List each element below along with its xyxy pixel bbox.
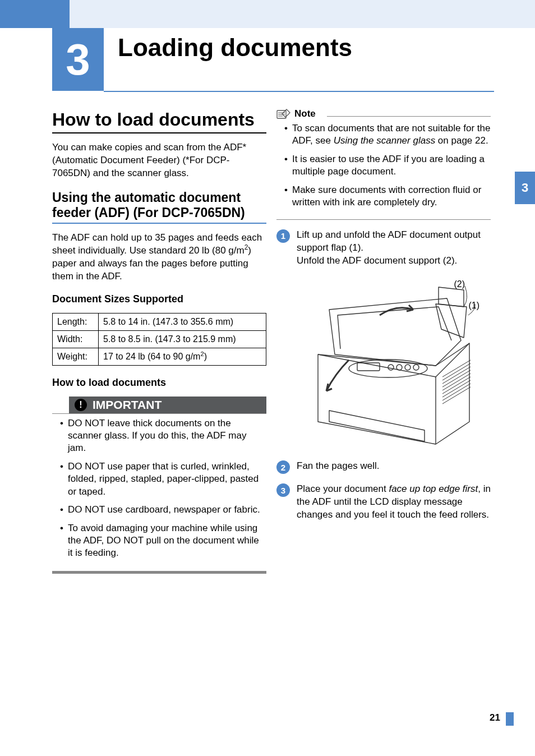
page-number-accent <box>506 712 514 726</box>
side-chapter-number: 3 <box>522 181 528 195</box>
step-2: 2 Fan the pages well. <box>276 460 491 474</box>
table-row: Width: 5.8 to 8.5 in. (147.3 to 215.9 mm… <box>53 330 266 348</box>
note-bottom-rule <box>276 219 491 220</box>
table-cell-value: 5.8 to 8.5 in. (147.3 to 215.9 mm) <box>99 330 266 348</box>
figure-callout-2: (2) <box>454 279 465 289</box>
chapter-number-block: 3 <box>52 28 104 91</box>
table-row: Length: 5.8 to 14 in. (147.3 to 355.6 mm… <box>53 313 266 330</box>
note-item: To scan documents that are not suitable … <box>284 122 491 147</box>
important-item: To avoid damaging your machine while usi… <box>60 522 266 560</box>
sizes-heading: Document Sizes Supported <box>52 293 266 305</box>
table-cell-label: Length: <box>53 313 99 330</box>
subsection-heading: Using the automatic document feeder (ADF… <box>52 190 266 221</box>
step-number-icon: 1 <box>276 229 290 243</box>
intro-paragraph: You can make copies and scan from the AD… <box>52 141 266 180</box>
adf-para-a: The ADF can hold up to 35 pages and feed… <box>52 232 262 256</box>
link-scanner-glass[interactable]: Using the scanner glass <box>334 135 435 146</box>
svg-point-3 <box>388 365 394 370</box>
chapter-number: 3 <box>66 34 90 85</box>
important-item: DO NOT use paper that is curled, wrinkle… <box>60 460 266 498</box>
important-icon: ! <box>75 399 87 411</box>
important-body: DO NOT leave thick documents on the scan… <box>52 413 266 574</box>
note-header: Note <box>276 108 320 119</box>
important-item: DO NOT leave thick documents on the scan… <box>60 417 266 455</box>
chapter-underline <box>104 91 494 92</box>
table-cell-label: Weight: <box>53 348 99 365</box>
note-label: Note <box>294 108 316 119</box>
chapter-title: Loading documents <box>118 34 352 62</box>
table-cell-value: 5.8 to 14 in. (147.3 to 355.6 mm) <box>99 313 266 330</box>
h1-underline <box>52 132 266 133</box>
figure-callout-1: (1) <box>468 301 479 311</box>
h2-underline <box>52 223 266 224</box>
svg-point-4 <box>396 365 402 370</box>
note-item: Make sure documents with correction flui… <box>284 184 491 209</box>
adf-paragraph: The ADF can hold up to 35 pages and feed… <box>52 232 266 283</box>
table-cell-label: Width: <box>53 330 99 348</box>
important-title: IMPORTANT <box>93 398 162 412</box>
left-column: How to load documents You can make copie… <box>52 109 266 574</box>
step-text: Place your document face up top edge fir… <box>297 483 491 522</box>
step-text: Fan the pages well. <box>297 460 379 473</box>
section-heading: How to load documents <box>52 109 266 130</box>
svg-point-6 <box>413 365 419 370</box>
printer-illustration: (2) (1) <box>296 276 486 450</box>
step-number-icon: 2 <box>276 460 290 474</box>
svg-point-5 <box>405 365 411 370</box>
important-item: DO NOT use cardboard, newspaper or fabri… <box>60 504 266 516</box>
header-accent-light <box>70 0 535 28</box>
note-box: Note To scan documents that are not suit… <box>276 109 491 220</box>
table-cell-value: 17 to 24 lb (64 to 90 g/m2) <box>99 348 266 365</box>
step-text: Lift up and unfold the ADF document outp… <box>297 229 491 268</box>
note-item: It is easier to use the ADF if you are l… <box>284 153 491 178</box>
step-1: 1 Lift up and unfold the ADF document ou… <box>276 229 491 268</box>
howto-heading: How to load documents <box>52 377 266 389</box>
note-icon <box>276 108 291 119</box>
step-3: 3 Place your document face up top edge f… <box>276 483 491 522</box>
sizes-table: Length: 5.8 to 14 in. (147.3 to 355.6 mm… <box>52 313 266 366</box>
page-number: 21 <box>490 712 500 723</box>
side-chapter-tab: 3 <box>515 172 535 204</box>
step-number-icon: 3 <box>276 483 290 497</box>
right-column: Note To scan documents that are not suit… <box>276 109 491 531</box>
header-accent-dark <box>0 0 70 28</box>
important-header: ! IMPORTANT <box>69 397 266 413</box>
table-row: Weight: 17 to 24 lb (64 to 90 g/m2) <box>53 348 266 365</box>
note-body: To scan documents that are not suitable … <box>276 117 491 219</box>
